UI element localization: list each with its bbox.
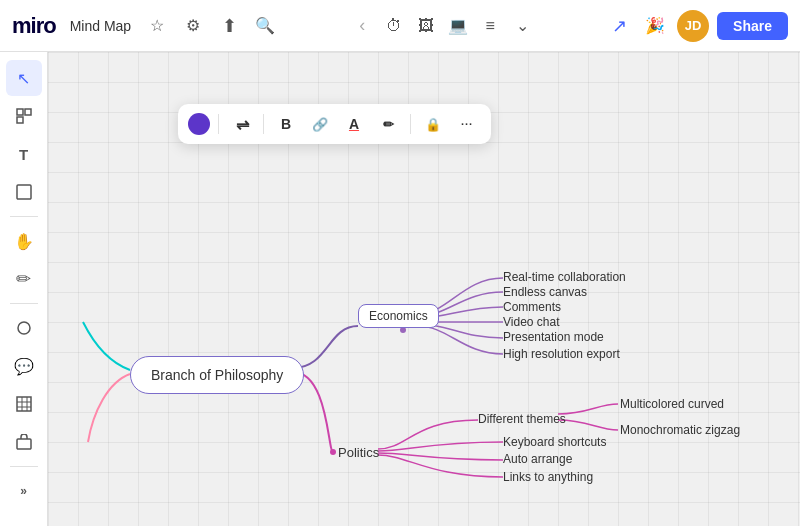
right-controls: ↗ 🎉 JD Share — [605, 10, 788, 42]
different-themes-node: Different themes — [478, 412, 566, 426]
text-tool[interactable]: T — [6, 136, 42, 172]
svg-rect-1 — [25, 109, 31, 115]
image-icon[interactable]: 🖼 — [412, 12, 440, 40]
avatar[interactable]: JD — [677, 10, 709, 42]
export-tool[interactable] — [6, 424, 42, 460]
svg-rect-3 — [17, 185, 31, 199]
star-icon[interactable]: ☆ — [143, 12, 171, 40]
doc-title[interactable]: Mind Map — [70, 18, 131, 34]
app-logo: miro — [12, 13, 56, 39]
cursor-icon[interactable]: ↗ — [605, 12, 633, 40]
more-tools[interactable]: » — [6, 473, 42, 509]
text-color-btn[interactable]: A — [340, 110, 368, 138]
table-tool[interactable] — [6, 386, 42, 422]
share-button[interactable]: Share — [717, 12, 788, 40]
comment-tool[interactable]: 💬 — [6, 348, 42, 384]
leaf-node: Presentation mode — [503, 330, 604, 344]
leaf-node: Auto arrange — [503, 452, 572, 466]
leaf-node: Links to anything — [503, 470, 593, 484]
canvas-area: ↖ T ✋ ✏ 💬 » ⇌ B 🔗 — [0, 52, 800, 526]
left-toolbar: ↖ T ✋ ✏ 💬 » — [0, 52, 48, 526]
center-controls: ‹ ⏱ 🖼 💻 ≡ ⌄ — [348, 12, 536, 40]
sticky-tool[interactable] — [6, 174, 42, 210]
pen-tool[interactable]: ✏ — [6, 261, 42, 297]
leaf-node: Multicolored curved — [620, 397, 724, 411]
notes-icon[interactable]: ≡ — [476, 12, 504, 40]
search-icon[interactable]: 🔍 — [251, 12, 279, 40]
frame-tool[interactable] — [6, 98, 42, 134]
select-tool[interactable]: ↖ — [6, 60, 42, 96]
more-options-btn[interactable]: ··· — [453, 110, 481, 138]
lock-btn[interactable]: 🔒 — [419, 110, 447, 138]
screen-icon[interactable]: 💻 — [444, 12, 472, 40]
floating-toolbar: ⇌ B 🔗 A ✏ 🔒 ··· — [178, 104, 491, 144]
leaf-node: Real-time collaboration — [503, 270, 626, 284]
root-node[interactable]: Branch of Philosophy — [130, 356, 304, 394]
politics-node: Politics — [338, 445, 379, 460]
svg-rect-5 — [17, 397, 31, 411]
leaf-node: Monochromatic zigzag — [620, 423, 740, 437]
economics-node[interactable]: Economics — [358, 304, 439, 328]
svg-rect-10 — [17, 439, 31, 449]
leaf-node: Comments — [503, 300, 561, 314]
align-btn[interactable]: ⇌ — [227, 110, 255, 138]
svg-rect-2 — [17, 117, 23, 123]
top-bar: miro Mind Map ☆ ⚙ ⬆ 🔍 ‹ ⏱ 🖼 💻 ≡ ⌄ ↗ 🎉 JD… — [0, 0, 800, 52]
leaf-node: Endless canvas — [503, 285, 587, 299]
chevron-left-icon[interactable]: ‹ — [348, 12, 376, 40]
upload-icon[interactable]: ⬆ — [215, 12, 243, 40]
leaf-node: Video chat — [503, 315, 560, 329]
svg-point-4 — [18, 322, 30, 334]
leaf-node: High resolution export — [503, 347, 620, 361]
shape-tool[interactable] — [6, 310, 42, 346]
link-btn[interactable]: 🔗 — [306, 110, 334, 138]
color-picker[interactable] — [188, 113, 210, 135]
party-icon[interactable]: 🎉 — [641, 12, 669, 40]
settings-icon[interactable]: ⚙ — [179, 12, 207, 40]
leaf-node: Keyboard shortcuts — [503, 435, 606, 449]
svg-point-11 — [330, 449, 336, 455]
svg-rect-0 — [17, 109, 23, 115]
grid-canvas[interactable]: ⇌ B 🔗 A ✏ 🔒 ··· — [48, 52, 800, 526]
more-center-icon[interactable]: ⌄ — [508, 12, 536, 40]
highlight-btn[interactable]: ✏ — [374, 110, 402, 138]
hand-tool[interactable]: ✋ — [6, 223, 42, 259]
bold-btn[interactable]: B — [272, 110, 300, 138]
timer-icon[interactable]: ⏱ — [380, 12, 408, 40]
